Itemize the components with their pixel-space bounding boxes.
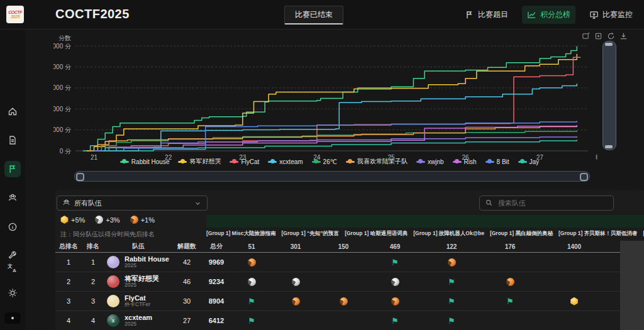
challenge-cell <box>540 297 609 305</box>
vslider-bottom-handle[interactable] <box>605 145 613 148</box>
download-icon[interactable] <box>619 32 628 40</box>
search-team-box <box>479 195 614 211</box>
scoreboard-panel: 所有队伍 +5%+3%+1% 注：同分队伍以得分时间先后排名 [Group 1]… <box>55 190 644 330</box>
legend-label: xwjnb <box>428 158 444 165</box>
blood-bonus-row: +5%+3%+1% <box>60 216 155 224</box>
legend-label: 26℃ <box>323 158 337 165</box>
legend-marker-icon <box>268 159 277 164</box>
silver-medal-icon <box>95 216 103 224</box>
solved-flag-icon: ⚑ <box>391 258 399 267</box>
team-filter-select[interactable]: 所有队伍 <box>57 195 208 211</box>
sidebar-item-team[interactable] <box>4 190 21 206</box>
contest-status-badge: 比赛已结束 <box>284 6 343 25</box>
vslider-top-handle[interactable] <box>605 43 613 46</box>
column-header: 总分 <box>201 242 231 251</box>
restore-box-icon[interactable] <box>594 32 602 40</box>
legend-item[interactable]: xwjnb <box>416 158 444 165</box>
score-trend-chart[interactable]: 0 分2,000 分4,000 分6,000 分8,000 分10,000 分分… <box>53 35 597 163</box>
refresh-icon[interactable] <box>607 32 615 40</box>
legend-item[interactable]: xcxteam <box>268 158 303 165</box>
legend-marker-icon <box>486 159 494 164</box>
solved-flag-icon: ⚑ <box>448 297 455 306</box>
zoom-box-icon[interactable] <box>582 32 590 40</box>
challenge-cell: ⚑ <box>423 278 480 286</box>
challenge-cell <box>423 258 480 267</box>
svg-text:6,000 分: 6,000 分 <box>53 84 71 91</box>
page-title: COCTF2025 <box>55 7 130 21</box>
silver-blood-icon <box>391 278 399 286</box>
challenge-cell: ⚑ <box>231 297 272 305</box>
sidebar-item-home[interactable] <box>4 103 21 119</box>
legend-marker-icon <box>178 159 187 164</box>
table-row[interactable]: 44xxcxteam2025276412⚑⚑⚑ <box>55 311 620 330</box>
hslider-left-handle[interactable] <box>76 173 84 181</box>
bonus-bronze: +1% <box>130 216 155 224</box>
challenge-cell <box>367 297 423 305</box>
legend-label: xcxteam <box>279 158 303 165</box>
table-header-row: 总排名排名队伍解题数总分513011504691221761400 <box>55 241 620 253</box>
sidebar-item-translate[interactable]: 文A <box>4 260 21 276</box>
challenge-cell: ⚑ <box>231 317 272 325</box>
user-avatar <box>4 312 21 324</box>
challenge-cell: ⚑ <box>367 258 423 267</box>
total-score: 6412 <box>201 317 231 324</box>
table-row[interactable]: 22将军好想哭2025469234⚑ <box>55 272 620 292</box>
chevron-down-icon <box>194 199 202 207</box>
avatar: x <box>107 314 119 327</box>
nav-label: 积分总榜 <box>540 9 570 20</box>
sidebar-item-flag[interactable] <box>4 161 21 177</box>
sidebar-item-sun[interactable] <box>4 285 21 301</box>
search-team-input[interactable] <box>497 199 608 207</box>
nav-item-flag[interactable]: 比赛题目 <box>460 6 513 24</box>
chart-legend: Rabbit House将军好想哭FlyCatxcxteam26℃我喜欢常陆茉子… <box>63 157 596 166</box>
app-root: COCTF 2025 COCTF2025 比赛已结束 比赛题目积分总榜比赛监控 … <box>0 0 644 330</box>
svg-text:4,000 分: 4,000 分 <box>53 106 71 113</box>
legend-marker-icon <box>230 159 238 164</box>
legend-item[interactable]: 8 Bit <box>486 158 509 165</box>
legend-item[interactable]: Jay <box>518 158 540 165</box>
solved-count: 30 <box>172 297 201 305</box>
solved-count: 42 <box>172 258 201 266</box>
challenge-score-header: 176 <box>480 243 540 250</box>
column-header: 总排名 <box>55 242 82 251</box>
legend-item[interactable]: 我喜欢常陆茉子队 <box>346 157 408 166</box>
legend-marker-icon <box>416 159 425 164</box>
silver-blood-icon <box>292 278 300 286</box>
horizontal-datazoom-slider[interactable] <box>74 171 590 182</box>
challenge-name: [Group 1] “先知”的预言 <box>282 230 340 238</box>
challenge-cell <box>272 277 319 286</box>
sidebar-item-info[interactable] <box>4 219 21 235</box>
flag-icon <box>465 10 474 19</box>
team-group-icon <box>62 199 70 208</box>
vertical-datazoom-slider[interactable] <box>602 41 616 150</box>
total-rank: 1 <box>55 258 82 266</box>
total-score: 8904 <box>201 297 231 305</box>
challenge-name: [Group 1] 齐贝斯林！贝斯低消者 <box>558 230 638 238</box>
challenge-cell <box>231 277 272 286</box>
bronze-blood-icon <box>340 297 348 305</box>
table-row[interactable]: 33FlyCat外卡CTFer308904⚑⚑⚑ <box>55 292 620 311</box>
table-row[interactable]: 11Rabbit House2025429969⚑ <box>55 253 620 272</box>
challenge-name: [Group 1] 黑白颠倒的奥秘 <box>490 230 553 238</box>
nav-item-monitor[interactable]: 比赛监控 <box>584 6 638 24</box>
legend-label: FlyCat <box>241 158 259 165</box>
legend-item[interactable]: 26℃ <box>312 158 337 165</box>
challenge-score-header: 122 <box>423 243 480 250</box>
bronze-blood-icon <box>248 258 256 267</box>
legend-item[interactable]: 将军好想哭 <box>178 157 221 166</box>
bronze-blood-icon <box>448 258 456 267</box>
solved-count: 46 <box>172 278 201 285</box>
legend-item[interactable]: Rabbit House <box>120 158 170 165</box>
legend-item[interactable]: Rish <box>453 158 477 165</box>
chart-icon <box>527 10 536 19</box>
hslider-right-handle[interactable] <box>580 173 588 181</box>
top-nav: 比赛题目积分总榜比赛监控 <box>460 0 638 29</box>
sidebar-item-document[interactable] <box>4 132 21 148</box>
sidebar-bottom-group: 文A <box>0 260 25 326</box>
legend-item[interactable]: FlyCat <box>230 158 259 165</box>
rank: 4 <box>82 317 104 324</box>
svg-text:10,000 分: 10,000 分 <box>53 43 71 50</box>
nav-item-chart[interactable]: 积分总榜 <box>522 6 575 24</box>
rank: 2 <box>82 278 104 285</box>
sidebar-item-user[interactable] <box>4 310 21 326</box>
